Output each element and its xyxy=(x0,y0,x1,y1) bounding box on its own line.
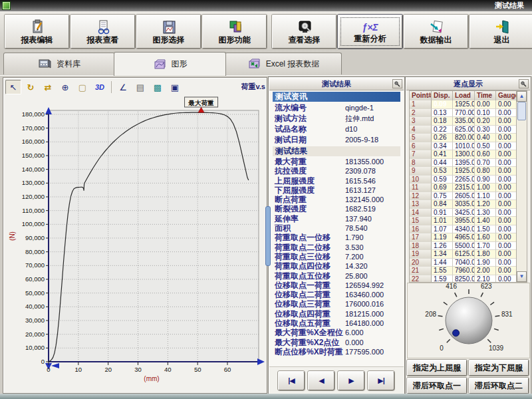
tab-excel[interactable]: Excel 报表数据 xyxy=(225,53,342,74)
data-cell[interactable]: 1300.00 xyxy=(453,150,475,159)
dial-svg[interactable]: 02084166238311039 xyxy=(408,283,529,358)
data-cell[interactable]: 0.84 xyxy=(432,200,453,209)
row-number-cell[interactable]: 12 xyxy=(410,192,432,201)
row-number-cell[interactable]: 18 xyxy=(410,242,432,251)
data-cell[interactable]: 1.60 xyxy=(475,233,496,242)
data-cell[interactable]: 0.00 xyxy=(496,126,516,134)
column-header[interactable]: Disp. xyxy=(432,91,453,100)
exit-button[interactable]: 退出 xyxy=(469,15,532,49)
graph-function-button[interactable]: 图形功能 xyxy=(202,15,267,49)
scroll-down-icon[interactable]: ▼ xyxy=(517,271,527,282)
data-cell[interactable]: 0.40 xyxy=(475,134,496,142)
data-cell[interactable]: 1.59 xyxy=(432,275,453,283)
data-cell[interactable]: 3035.00 xyxy=(453,200,475,209)
data-cell[interactable]: 0.00 xyxy=(496,167,516,176)
data-cell[interactable]: 3425.00 xyxy=(453,209,475,217)
row-number-cell[interactable]: 21 xyxy=(410,267,432,275)
row-number-cell[interactable]: 22 xyxy=(410,275,432,283)
data-cell[interactable]: 335.00 xyxy=(453,117,475,126)
data-cell[interactable]: 0.59 xyxy=(432,176,453,184)
data-cell[interactable]: 2265.00 xyxy=(453,176,475,184)
data-cell[interactable]: 4340.00 xyxy=(453,225,475,234)
data-cell[interactable]: 0.69 xyxy=(432,184,453,192)
data-cell[interactable]: 1.20 xyxy=(475,200,496,209)
set-upper-yield-button[interactable]: 指定为上屈服 xyxy=(407,360,467,376)
data-cell[interactable]: 0.75 xyxy=(432,192,453,201)
data-cell[interactable]: 0.53 xyxy=(432,167,453,176)
result-row[interactable]: 面积78.540 xyxy=(272,223,401,233)
data-cell[interactable]: 1.07 xyxy=(432,225,453,234)
data-cell[interactable]: 2315.00 xyxy=(453,184,475,192)
view-select-button[interactable]: 查看选择 xyxy=(272,15,336,49)
refresh-icon[interactable]: ↻ xyxy=(23,80,39,94)
data-cell[interactable]: 1.50 xyxy=(475,225,496,234)
data-cell[interactable]: 1.19 xyxy=(432,233,453,242)
data-cell[interactable]: 3955.00 xyxy=(453,217,475,225)
data-cell[interactable]: 1010.00 xyxy=(453,142,475,151)
result-row[interactable]: 荷重取点三位移7.200 xyxy=(272,252,401,261)
result-row[interactable]: 最大荷重181355.000 xyxy=(272,157,401,166)
row-number-cell[interactable]: 5 xyxy=(410,134,432,142)
data-cell[interactable]: 0.30 xyxy=(475,126,496,134)
column-header[interactable]: Load xyxy=(453,91,475,100)
row-number-cell[interactable]: 6 xyxy=(410,142,432,151)
data-cell[interactable]: 0.44 xyxy=(432,159,453,168)
result-row[interactable]: 位移取点三荷重176000.016 xyxy=(272,299,401,309)
data-cell[interactable]: 1925.00 xyxy=(453,100,475,109)
row-number-cell[interactable]: 15 xyxy=(410,217,432,225)
result-row[interactable]: 流水编号qingde-1 xyxy=(272,102,401,113)
data-cell[interactable]: 6125.00 xyxy=(453,250,475,259)
data-cell[interactable]: 0.00 xyxy=(496,250,516,259)
data-cell[interactable]: 0.00 xyxy=(496,134,516,142)
row-number-cell[interactable]: 1 xyxy=(410,100,432,109)
row-number-cell[interactable]: 8 xyxy=(410,159,432,168)
data-cell[interactable]: 0.09 xyxy=(432,100,453,109)
data-cell[interactable]: 0.50 xyxy=(475,142,496,151)
data-cell[interactable]: 1.01 xyxy=(432,217,453,225)
data-cell[interactable]: 4965.00 xyxy=(453,233,475,242)
data-cell[interactable]: 0.20 xyxy=(475,117,496,126)
data-cell[interactable]: 5500.00 xyxy=(453,242,475,251)
data-cell[interactable]: 1.00 xyxy=(475,184,496,192)
pin-icon[interactable] xyxy=(392,79,402,88)
data-cell[interactable]: 0.00 xyxy=(496,100,516,109)
row-number-cell[interactable]: 3 xyxy=(410,117,432,126)
data-cell[interactable]: 0.00 xyxy=(496,159,516,168)
data-cell[interactable]: 0.00 xyxy=(496,275,516,283)
cursor-icon[interactable]: ↖ xyxy=(5,80,21,94)
data-cell[interactable]: 0.91 xyxy=(432,209,453,217)
result-row[interactable]: 延伸率137.940 xyxy=(272,214,401,223)
copy-page-icon[interactable]: ▢ xyxy=(74,80,90,94)
scale-icon[interactable]: ∠ xyxy=(115,80,131,94)
data-cell[interactable]: 0.18 xyxy=(432,117,453,126)
data-cell[interactable]: 1925.00 xyxy=(453,167,475,176)
tab-graph[interactable]: 图形 xyxy=(114,52,226,76)
data-cell[interactable]: 0.00 xyxy=(496,225,516,234)
set-lower-yield-button[interactable]: 指定为下屈服 xyxy=(469,360,529,376)
data-cell[interactable]: 0.34 xyxy=(432,142,453,151)
result-row[interactable]: 上屈服强度1615.546 xyxy=(272,176,401,186)
row-number-cell[interactable]: 11 xyxy=(410,184,432,192)
result-row[interactable]: 位移取点四荷重181215.000 xyxy=(272,309,401,319)
data-cell[interactable]: 1.44 xyxy=(432,259,453,267)
hysteresis-point1-button[interactable]: 滞后环取点一 xyxy=(407,378,467,394)
data-cell[interactable]: 1.80 xyxy=(475,250,496,259)
data-cell[interactable]: 0.00 xyxy=(496,184,516,192)
data-cell[interactable]: 1.10 xyxy=(475,192,496,201)
image-icon[interactable]: ▩ xyxy=(150,80,166,94)
row-number-cell[interactable]: 4 xyxy=(410,126,432,134)
data-cell[interactable]: 0.00 xyxy=(496,109,516,118)
data-cell[interactable]: 0.70 xyxy=(475,159,496,168)
data-output-button[interactable]: 数据输出 xyxy=(404,15,468,49)
scrollbar-thumb[interactable] xyxy=(517,102,526,120)
report-view-button[interactable]: 报表查看 xyxy=(70,15,135,49)
scroll-up-icon[interactable]: ▲ xyxy=(517,91,527,102)
data-cell[interactable]: 1.90 xyxy=(475,259,496,267)
data-cell[interactable]: 0.60 xyxy=(475,150,496,159)
data-cell[interactable]: 820.00 xyxy=(453,134,475,142)
result-row[interactable]: 下屈服强度1613.127 xyxy=(272,186,401,195)
result-row[interactable]: 断裂强度1682.519 xyxy=(272,204,401,213)
data-cell[interactable]: 625.00 xyxy=(453,126,475,134)
row-number-cell[interactable]: 16 xyxy=(410,225,432,234)
result-row[interactable]: 位移取点二荷重163460.000 xyxy=(272,290,401,299)
